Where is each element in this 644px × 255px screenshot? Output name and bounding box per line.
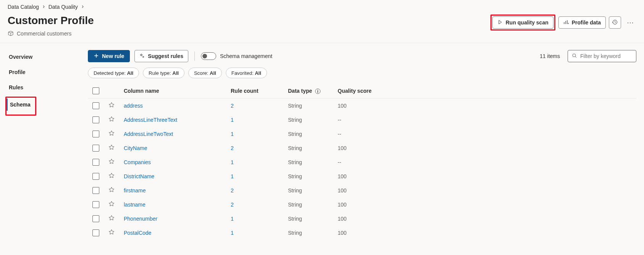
column-name-link[interactable]: firstname [124, 187, 146, 194]
subtitle-text: Commercial customers [17, 31, 71, 37]
row-checkbox[interactable] [92, 201, 99, 208]
rule-count-link[interactable]: 2 [231, 145, 234, 151]
rule-count-link[interactable]: 2 [231, 103, 234, 109]
breadcrumb-item[interactable]: Data Quality [49, 4, 78, 10]
chevron-right-icon [42, 5, 45, 9]
filter-keyword-input[interactable] [580, 53, 632, 59]
row-checkbox[interactable] [92, 102, 99, 109]
header-column-name[interactable]: Column name [119, 84, 226, 98]
filter-input-wrap[interactable] [568, 50, 636, 62]
column-name-link[interactable]: lastname [124, 202, 146, 208]
nav-schema[interactable]: Schema [6, 98, 33, 111]
schema-management-label: Schema management [220, 53, 272, 59]
run-quality-scan-button[interactable]: Run quality scan [492, 16, 553, 29]
quality-score-value: 100 [338, 187, 346, 194]
select-all-checkbox[interactable] [92, 87, 99, 94]
profile-data-label: Profile data [572, 19, 601, 26]
page-title: Customer Profile [8, 15, 94, 27]
suggest-rules-button[interactable]: Suggest rules [134, 50, 188, 62]
column-name-link[interactable]: address [124, 103, 143, 109]
rule-count-link[interactable]: 1 [231, 216, 234, 222]
data-type-value: String [288, 131, 302, 137]
quality-score-value: 100 [338, 103, 346, 109]
table-row: PostalCode1String100 [88, 226, 636, 240]
column-name-link[interactable]: AddressLineTwoText [124, 131, 173, 137]
favorited-filter[interactable]: Favorited: All [226, 68, 267, 78]
svg-point-1 [573, 54, 576, 57]
nav-profile[interactable]: Profile [5, 66, 75, 78]
star-icon[interactable] [108, 230, 115, 236]
quality-score-value: 100 [338, 145, 346, 151]
star-icon[interactable] [108, 145, 115, 152]
more-horizontal-icon: ⋯ [627, 18, 634, 27]
more-actions-button[interactable]: ⋯ [624, 16, 636, 29]
star-icon[interactable] [108, 160, 115, 166]
rule-type-filter[interactable]: Rule type: All [143, 68, 184, 78]
table-row: CityName2String100 [88, 141, 636, 155]
row-checkbox[interactable] [92, 116, 99, 123]
row-checkbox[interactable] [92, 159, 99, 166]
schema-management-toggle[interactable]: Schema management [201, 52, 272, 60]
rule-count-link[interactable]: 2 [231, 187, 234, 194]
quality-score-value: -- [338, 159, 341, 165]
rule-count-link[interactable]: 1 [231, 159, 234, 165]
rule-count-link[interactable]: 1 [231, 131, 234, 137]
profile-data-button[interactable]: Profile data [558, 16, 606, 29]
table-row: AddressLineThreeText1String-- [88, 113, 636, 127]
row-checkbox[interactable] [92, 145, 99, 152]
info-icon[interactable]: i [315, 89, 320, 94]
schema-table: Column name Rule count Data type i Quali… [88, 84, 636, 240]
column-name-link[interactable]: PostalCode [124, 230, 151, 236]
data-type-value: String [288, 145, 302, 151]
nav-rules[interactable]: Rules [5, 81, 75, 94]
column-name-link[interactable]: DistrictName [124, 173, 154, 179]
header-quality-score[interactable]: Quality score [333, 84, 390, 98]
quality-score-value: -- [338, 131, 341, 137]
nav-overview[interactable]: Overview [5, 51, 75, 63]
breadcrumb: Data Catalog Data Quality [8, 4, 636, 10]
row-checkbox[interactable] [92, 173, 99, 180]
column-name-link[interactable]: CityName [124, 145, 147, 151]
new-rule-button[interactable]: New rule [88, 50, 130, 62]
rule-count-link[interactable]: 1 [231, 173, 234, 179]
quality-score-value: 100 [338, 216, 346, 222]
play-icon [497, 19, 503, 26]
package-icon [8, 31, 14, 37]
star-icon[interactable] [108, 131, 115, 137]
score-filter[interactable]: Score: All [188, 68, 222, 78]
star-icon[interactable] [108, 174, 115, 180]
toggle-track [201, 52, 216, 60]
table-row: Companies1String-- [88, 155, 636, 169]
row-checkbox[interactable] [92, 229, 99, 236]
column-name-link[interactable]: Phonenumber [124, 216, 157, 222]
quality-score-value: 100 [338, 202, 346, 208]
header-rule-count[interactable]: Rule count [226, 84, 283, 98]
rule-count-link[interactable]: 1 [231, 117, 234, 123]
data-type-value: String [288, 103, 302, 109]
toolbar: New rule Suggest rules Schema managem [88, 50, 636, 62]
search-icon [572, 53, 577, 60]
highlight-annotation: Schema [5, 97, 36, 116]
rule-count-link[interactable]: 2 [231, 202, 234, 208]
star-icon[interactable] [108, 103, 115, 109]
breadcrumb-item[interactable]: Data Catalog [8, 4, 39, 10]
star-icon[interactable] [108, 216, 115, 222]
history-button[interactable] [609, 16, 621, 29]
star-icon[interactable] [108, 117, 115, 123]
sparkle-icon [139, 53, 145, 60]
rule-count-link[interactable]: 1 [231, 230, 234, 236]
column-name-link[interactable]: Companies [124, 159, 151, 165]
table-row: firstname2String100 [88, 183, 636, 197]
detected-type-filter[interactable]: Detected type: All [88, 68, 139, 78]
column-name-link[interactable]: AddressLineThreeText [124, 117, 177, 123]
history-icon [612, 19, 618, 26]
table-row: address2String100 [88, 98, 636, 113]
row-checkbox[interactable] [92, 131, 99, 137]
row-checkbox[interactable] [92, 215, 99, 222]
star-icon[interactable] [108, 202, 115, 208]
star-icon[interactable] [108, 188, 115, 194]
header-data-type[interactable]: Data type i [283, 84, 333, 98]
row-checkbox[interactable] [92, 187, 99, 194]
divider [194, 52, 195, 61]
filter-pill-row: Detected type: All Rule type: All Score:… [88, 68, 636, 78]
